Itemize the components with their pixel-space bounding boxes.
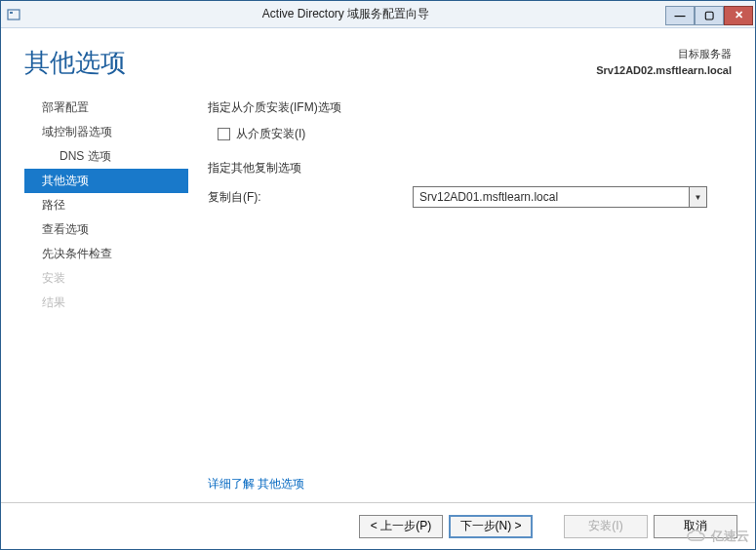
- replicate-from-label: 复制自(F):: [208, 189, 413, 206]
- ifm-checkbox-label: 从介质安装(I): [236, 126, 305, 142]
- title-bar: Active Directory 域服务配置向导 — ▢ ✕: [1, 1, 755, 28]
- footer-buttons: < 上一步(P) 下一步(N) > 安装(I) 取消: [1, 502, 755, 549]
- svg-rect-0: [8, 10, 20, 20]
- sidebar-item-install: 安装: [24, 266, 188, 291]
- target-server-label: 目标服务器: [596, 46, 732, 62]
- maximize-button[interactable]: ▢: [695, 6, 724, 25]
- sidebar-item-results: 结果: [24, 291, 188, 315]
- sidebar-item-additional-options[interactable]: 其他选项: [24, 169, 188, 193]
- content-area: 其他选项 目标服务器 Srv12AD02.msftlearn.local 部署配…: [1, 28, 755, 549]
- main-panel: 指定从介质安装(IFM)选项 从介质安装(I) 指定其他复制选项 复制自(F):…: [188, 90, 732, 502]
- ifm-checkbox-row[interactable]: 从介质安装(I): [218, 126, 732, 142]
- sidebar-item-review[interactable]: 查看选项: [24, 217, 188, 242]
- app-icon: [1, 1, 26, 28]
- more-info-topic[interactable]: 其他选项: [258, 477, 304, 491]
- sidebar-item-dns-options[interactable]: DNS 选项: [24, 144, 188, 169]
- minimize-button[interactable]: —: [665, 6, 695, 25]
- replicate-from-value: Srv12AD01.msftlearn.local: [414, 190, 689, 204]
- more-info-link: 详细了解 其他选项: [208, 476, 304, 492]
- header-row: 其他选项 目标服务器 Srv12AD02.msftlearn.local: [1, 28, 755, 90]
- previous-button[interactable]: < 上一步(P): [359, 515, 443, 538]
- window-controls: — ▢ ✕: [665, 4, 755, 25]
- sidebar-item-dc-options[interactable]: 域控制器选项: [24, 120, 188, 144]
- svg-rect-1: [10, 12, 13, 14]
- install-button: 安装(I): [564, 515, 648, 538]
- sidebar-item-paths[interactable]: 路径: [24, 193, 188, 217]
- replicate-from-combobox[interactable]: Srv12AD01.msftlearn.local ▼: [413, 186, 707, 208]
- repl-section-label: 指定其他复制选项: [208, 160, 732, 177]
- wizard-sidebar: 部署配置 域控制器选项 DNS 选项 其他选项 路径 查看选项 先决条件检查 安…: [24, 90, 188, 502]
- window-title: Active Directory 域服务配置向导: [26, 6, 665, 22]
- close-button[interactable]: ✕: [724, 6, 753, 25]
- sidebar-item-prereq[interactable]: 先决条件检查: [24, 242, 188, 266]
- watermark: 亿速云: [686, 528, 749, 545]
- ifm-section-label: 指定从介质安装(IFM)选项: [208, 99, 732, 116]
- page-title: 其他选项: [24, 46, 596, 80]
- next-button[interactable]: 下一步(N) >: [449, 515, 533, 538]
- target-server-block: 目标服务器 Srv12AD02.msftlearn.local: [596, 46, 732, 78]
- target-server-name: Srv12AD02.msftlearn.local: [596, 62, 732, 79]
- ifm-checkbox[interactable]: [218, 128, 230, 140]
- more-info-prefix[interactable]: 详细了解: [208, 477, 255, 491]
- wizard-window: Active Directory 域服务配置向导 — ▢ ✕ 其他选项 目标服务…: [0, 0, 756, 550]
- replicate-from-row: 复制自(F): Srv12AD01.msftlearn.local ▼: [208, 186, 732, 208]
- chevron-down-icon[interactable]: ▼: [689, 187, 706, 207]
- body-row: 部署配置 域控制器选项 DNS 选项 其他选项 路径 查看选项 先决条件检查 安…: [1, 90, 755, 502]
- sidebar-item-deploy[interactable]: 部署配置: [24, 96, 188, 120]
- watermark-text: 亿速云: [711, 528, 749, 545]
- cloud-icon: [686, 530, 707, 543]
